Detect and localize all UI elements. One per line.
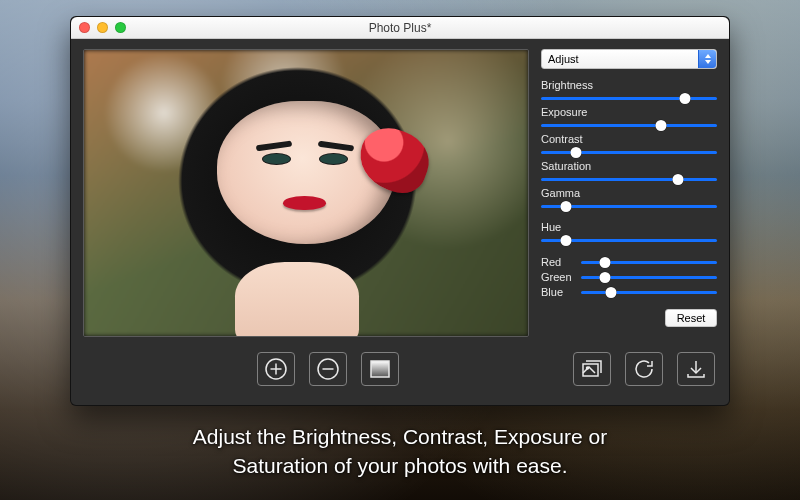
red-slider[interactable]: Red — [541, 255, 717, 269]
image-stack-icon — [580, 357, 604, 381]
slider-label: Hue — [541, 221, 717, 233]
contrast-slider[interactable]: Contrast — [541, 133, 717, 159]
svg-point-7 — [587, 367, 589, 369]
add-button[interactable] — [257, 352, 295, 386]
marketing-caption: Adjust the Brightness, Contrast, Exposur… — [0, 423, 800, 480]
slider-label: Green — [541, 271, 575, 283]
export-button[interactable] — [677, 352, 715, 386]
slider-label: Exposure — [541, 106, 717, 118]
remove-button[interactable] — [309, 352, 347, 386]
slider-label: Gamma — [541, 187, 717, 199]
panel-select[interactable]: Adjust — [541, 49, 717, 69]
slider-label: Contrast — [541, 133, 717, 145]
saturation-slider[interactable]: Saturation — [541, 160, 717, 186]
minus-circle-icon — [316, 357, 340, 381]
chevron-updown-icon — [698, 50, 716, 68]
panel-select-value: Adjust — [548, 53, 579, 65]
window-title: Photo Plus* — [71, 21, 729, 35]
adjust-panel: Adjust Brightness Exposure Contrast — [541, 49, 717, 337]
download-icon — [684, 357, 708, 381]
plus-circle-icon — [264, 357, 288, 381]
bottom-toolbar — [83, 347, 717, 391]
green-slider[interactable]: Green — [541, 270, 717, 284]
exposure-slider[interactable]: Exposure — [541, 106, 717, 132]
slider-label: Blue — [541, 286, 575, 298]
hue-slider[interactable]: Hue — [541, 221, 717, 247]
titlebar: Photo Plus* — [71, 17, 729, 39]
gradient-button[interactable] — [361, 352, 399, 386]
app-window: Photo Plus* Adjust — [70, 16, 730, 406]
image-canvas[interactable] — [83, 49, 529, 337]
slider-label: Brightness — [541, 79, 717, 91]
gradient-swatch-icon — [368, 357, 392, 381]
svg-rect-5 — [371, 361, 389, 377]
reset-button[interactable]: Reset — [665, 309, 717, 327]
gamma-slider[interactable]: Gamma — [541, 187, 717, 213]
slider-label: Saturation — [541, 160, 717, 172]
brightness-slider[interactable]: Brightness — [541, 79, 717, 105]
rotate-button[interactable] — [625, 352, 663, 386]
gallery-button[interactable] — [573, 352, 611, 386]
rotate-cw-icon — [632, 357, 656, 381]
slider-label: Red — [541, 256, 575, 268]
blue-slider[interactable]: Blue — [541, 285, 717, 299]
